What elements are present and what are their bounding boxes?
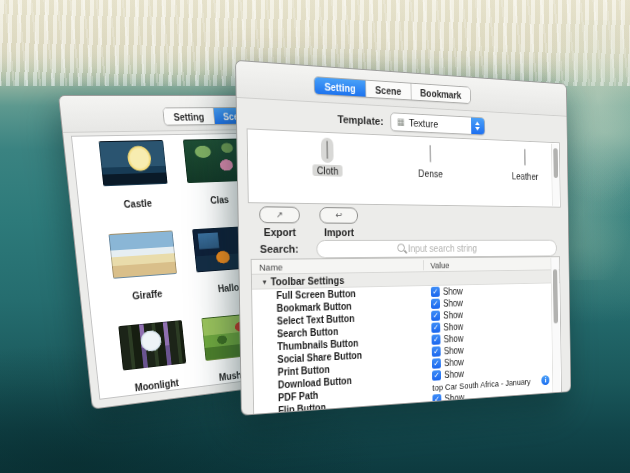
row-value: Show — [444, 333, 464, 344]
strip-scrollbar-thumb[interactable] — [553, 148, 558, 178]
table-scrollbar-thumb[interactable] — [553, 269, 558, 323]
texture-item-cloth[interactable]: Cloth — [285, 136, 369, 177]
check-icon: ✓ — [434, 371, 440, 379]
row-value: Show — [444, 345, 464, 356]
tab-scene[interactable]: Scene — [365, 81, 410, 100]
texture-label: Cloth — [312, 164, 343, 176]
check-icon: ✓ — [433, 300, 439, 308]
row-value: Show — [443, 322, 463, 333]
row-value: Show — [443, 286, 463, 297]
dropdown-stepper-icon — [471, 118, 484, 135]
show-checkbox[interactable]: ✓ — [431, 322, 440, 332]
template-label: Template: — [337, 113, 383, 127]
scene-thumbnail-castle — [99, 140, 168, 186]
texture-label: Dense — [418, 168, 443, 180]
export-label: Export — [264, 226, 296, 238]
toolbar-settings-table: Name Value ▼ Toolbar Settings Full Scree… — [251, 256, 562, 416]
show-checkbox[interactable]: ✓ — [432, 358, 441, 369]
show-checkbox[interactable]: ✓ — [432, 346, 441, 357]
import-button[interactable]: ↩ — [319, 207, 358, 224]
row-value: Show — [444, 357, 464, 368]
setting-window: Setting Scene Bookmark Template: ▦ Textu… — [235, 60, 571, 416]
scene-thumbnail-giraffe — [108, 230, 176, 278]
search-input[interactable] — [316, 239, 557, 258]
search-label: Search: — [260, 243, 317, 255]
import-icon: ↩ — [335, 211, 342, 220]
scene-item[interactable]: Castle — [99, 140, 173, 234]
template-dropdown-value: Texture — [409, 117, 439, 130]
row-value: Show — [443, 298, 463, 309]
show-checkbox[interactable]: ✓ — [432, 370, 441, 381]
import-label: Import — [324, 226, 354, 238]
tab-setting[interactable]: Setting — [163, 108, 214, 125]
check-icon: ✓ — [433, 324, 439, 332]
check-icon: ✓ — [433, 312, 439, 320]
check-icon: ✓ — [432, 288, 438, 296]
template-dropdown[interactable]: ▦ Texture — [390, 112, 485, 135]
check-icon: ✓ — [433, 348, 439, 356]
export-button[interactable]: ↗ — [259, 206, 300, 223]
scene-item[interactable]: Giraffe — [108, 230, 181, 326]
scene-label: Moonlight — [124, 375, 188, 394]
show-checkbox[interactable]: ✓ — [431, 311, 440, 321]
row-value: Show — [444, 369, 464, 380]
show-checkbox[interactable]: ✓ — [431, 299, 440, 309]
scene-thumbnail-moonlight — [118, 320, 186, 370]
export-icon: ↗ — [276, 210, 283, 219]
name-column-header[interactable]: Name — [252, 260, 424, 273]
tab-bookmark[interactable]: Bookmark — [410, 84, 470, 103]
show-checkbox[interactable]: ✓ — [432, 334, 441, 345]
group-label: Toolbar Settings — [270, 274, 344, 287]
check-icon: ✓ — [433, 359, 439, 367]
detail-popover-button[interactable]: i — [541, 375, 549, 385]
check-icon: ✓ — [433, 336, 439, 344]
info-icon: i — [545, 376, 547, 384]
texture-thumbnail-cloth — [326, 141, 328, 159]
tab-setting[interactable]: Setting — [315, 77, 366, 97]
texture-thumbnail-dense — [429, 145, 431, 163]
search-magnifier-icon — [397, 244, 405, 252]
strip-scrollbar[interactable] — [551, 144, 559, 206]
scene-label: Giraffe — [115, 286, 180, 303]
texture-item-leather[interactable]: Leather — [489, 145, 559, 183]
texture-swatch-icon: ▦ — [397, 117, 405, 127]
texture-thumbnail-strip: Cloth Dense Leather — [247, 128, 561, 207]
disclosure-triangle-icon[interactable]: ▼ — [261, 278, 268, 285]
texture-item-dense[interactable]: Dense — [392, 140, 469, 179]
texture-label: Leather — [512, 170, 539, 181]
show-checkbox[interactable]: ✓ — [431, 287, 440, 297]
scene-label: Castle — [105, 196, 170, 210]
value-column-header[interactable]: Value — [424, 259, 450, 269]
texture-thumbnail-leather — [524, 149, 526, 166]
scene-item[interactable]: Moonlight — [118, 320, 191, 409]
row-value: Show — [443, 310, 463, 321]
